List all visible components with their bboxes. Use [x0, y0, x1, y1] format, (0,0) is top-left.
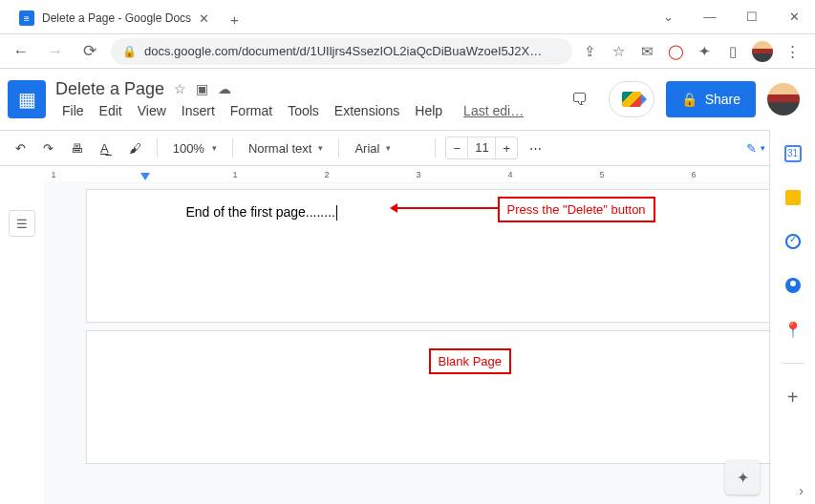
document-title[interactable]: Delete a Page: [55, 79, 164, 99]
font-size-increase[interactable]: +: [496, 141, 517, 156]
lock-share-icon: 🔒: [681, 92, 697, 107]
paint-format-button[interactable]: 🖌: [123, 137, 147, 159]
ruler[interactable]: 1 1 2 3 4 5 6: [0, 166, 769, 181]
new-tab-button[interactable]: +: [221, 6, 248, 33]
collapse-sidepanel-button[interactable]: ›: [799, 483, 804, 498]
share-label: Share: [705, 92, 740, 107]
url-text: docs.google.com/document/d/1UIljrs4SsezI…: [144, 44, 542, 58]
annotation-blank-page: Blank Page: [429, 348, 512, 374]
menu-edit[interactable]: Edit: [93, 101, 129, 120]
close-window-button[interactable]: ✕: [773, 2, 815, 31]
get-addons-button[interactable]: +: [783, 387, 804, 408]
star-icon[interactable]: ☆: [174, 81, 186, 96]
menu-insert[interactable]: Insert: [175, 101, 222, 120]
share-page-icon[interactable]: ⇪: [580, 42, 599, 61]
chrome-menu-icon[interactable]: ⋮: [783, 42, 802, 61]
paragraph-style-select[interactable]: Normal text: [243, 137, 329, 159]
opera-ext-icon[interactable]: ◯: [666, 42, 685, 61]
print-button[interactable]: 🖶: [65, 137, 89, 159]
contacts-addon[interactable]: [783, 275, 804, 296]
mail-icon[interactable]: ✉: [637, 42, 656, 61]
reader-icon[interactable]: ▯: [723, 42, 742, 61]
annotation-arrow: [397, 207, 498, 209]
document-canvas[interactable]: End of the first page........ Press the …: [44, 181, 815, 504]
font-size-control: − 11 +: [445, 136, 518, 159]
font-size-decrease[interactable]: −: [446, 141, 467, 156]
outline-toggle[interactable]: ☰: [9, 210, 35, 237]
profile-avatar[interactable]: [752, 41, 773, 62]
spellcheck-button[interactable]: A̲: [95, 137, 118, 159]
extensions-icon[interactable]: ✦: [695, 42, 714, 61]
cloud-status-icon[interactable]: ☁: [218, 81, 231, 96]
tab-title: Delete a Page - Google Docs: [42, 11, 191, 25]
menu-view[interactable]: View: [131, 101, 173, 120]
keep-addon[interactable]: [783, 187, 804, 208]
move-icon[interactable]: ▣: [196, 81, 208, 96]
menu-extensions[interactable]: Extensions: [328, 101, 406, 120]
editing-mode-button[interactable]: ✎ ▾: [739, 137, 773, 159]
menu-help[interactable]: Help: [408, 101, 449, 120]
docs-favicon: ≡: [19, 10, 34, 26]
docs-logo[interactable]: ▦: [8, 80, 46, 118]
reload-button[interactable]: ⟳: [76, 38, 103, 65]
tab-close-icon[interactable]: ✕: [199, 11, 209, 26]
zoom-select[interactable]: 100%: [167, 137, 223, 159]
menu-tools[interactable]: Tools: [281, 101, 326, 120]
minimize-button[interactable]: ―: [689, 2, 731, 31]
font-size-value[interactable]: 11: [467, 137, 496, 158]
more-toolbar-button[interactable]: ⋯: [524, 137, 547, 159]
account-avatar[interactable]: [767, 83, 800, 116]
undo-button[interactable]: ↶: [10, 137, 32, 159]
annotation-press-delete: Press the "Delete" button: [498, 197, 655, 222]
meet-icon: [622, 92, 641, 107]
comments-icon[interactable]: 🗨: [563, 82, 597, 116]
menu-format[interactable]: Format: [224, 101, 279, 120]
redo-button[interactable]: ↷: [37, 137, 59, 159]
indent-marker[interactable]: [140, 173, 150, 180]
bookmark-icon[interactable]: ☆: [609, 42, 628, 61]
meet-button[interactable]: [609, 81, 654, 117]
share-button[interactable]: 🔒 Share: [666, 81, 756, 117]
calendar-addon[interactable]: 31: [783, 143, 804, 164]
address-bar[interactable]: 🔒 docs.google.com/document/d/1UIljrs4Sse…: [111, 38, 572, 65]
page-1[interactable]: End of the first page........ Press the …: [86, 189, 774, 323]
maximize-button[interactable]: ☐: [731, 2, 773, 31]
maps-addon[interactable]: 📍: [783, 319, 804, 340]
menu-file[interactable]: File: [55, 101, 91, 120]
font-select[interactable]: Arial: [349, 137, 425, 159]
menu-bar: File Edit View Insert Format Tools Exten…: [55, 101, 530, 120]
forward-button: →: [42, 38, 69, 65]
tasks-addon[interactable]: [783, 231, 804, 252]
side-panel: 31 📍 + ›: [769, 130, 815, 504]
document-text[interactable]: End of the first page........: [186, 204, 335, 220]
page-2[interactable]: Blank Page: [86, 330, 774, 464]
explore-button[interactable]: ✦: [725, 460, 760, 494]
dropdown-icon[interactable]: ⌄: [647, 2, 689, 31]
last-edit-link[interactable]: Last edi…: [457, 101, 530, 120]
text-cursor: [336, 205, 337, 220]
browser-tab[interactable]: ≡ Delete a Page - Google Docs ✕: [8, 3, 221, 33]
lock-icon: 🔒: [122, 45, 137, 58]
back-button[interactable]: ←: [8, 38, 34, 65]
